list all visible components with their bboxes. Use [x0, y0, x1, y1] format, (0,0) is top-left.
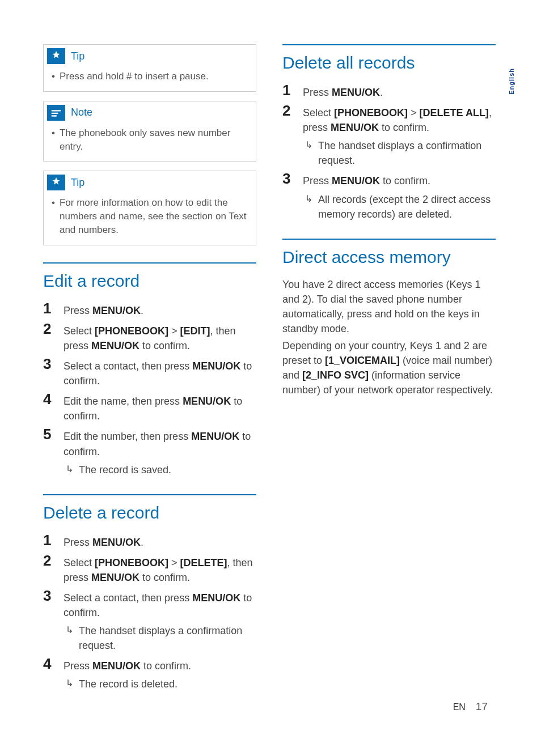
step-item: 2 Select [PHONEBOOK] > [DELETE ALL], pre… [282, 103, 496, 168]
step-item: 1 Press MENU/OK. [282, 83, 496, 100]
footer-lang: EN [453, 702, 466, 712]
step-number: 3 [43, 588, 56, 653]
result-arrow-icon: ↳ [66, 677, 73, 691]
step-result: ↳ All records (except the 2 direct acces… [303, 192, 496, 222]
steps-delete-record: 1 Press MENU/OK. 2 Select [PHONEBOOK] > … [43, 533, 256, 692]
tip-label: Tip [71, 177, 84, 189]
step-item: 4 Edit the name, then press MENU/OK to c… [43, 392, 256, 423]
steps-edit-record: 1 Press MENU/OK. 2 Select [PHONEBOOK] > … [43, 301, 256, 477]
bullet-icon: • [52, 70, 55, 83]
tip-callout-1: Tip • Press and hold # to insert a pause… [43, 44, 256, 92]
result-arrow-icon: ↳ [305, 138, 312, 168]
bullet-icon: • [52, 126, 55, 154]
step-number: 1 [43, 533, 56, 550]
page-number: 17 [476, 700, 488, 713]
paragraph: You have 2 direct access memories (Keys … [282, 277, 496, 336]
step-result: ↳ The record is saved. [64, 462, 256, 477]
right-column: Delete all records 1 Press MENU/OK. 2 Se… [282, 44, 530, 695]
heading-edit-record: Edit a record [43, 262, 256, 291]
heading-delete-record: Delete a record [43, 494, 256, 523]
paragraph: Depending on your country, Keys 1 and 2 … [282, 338, 496, 397]
step-item: 3 Press MENU/OK to confirm. ↳ All record… [282, 171, 496, 221]
result-arrow-icon: ↳ [305, 192, 312, 222]
step-number: 5 [43, 427, 56, 477]
step-number: 2 [282, 103, 295, 168]
step-item: 1 Press MENU/OK. [43, 301, 256, 318]
step-result: ↳ The handset displays a confirmation re… [64, 623, 256, 653]
step-item: 5 Edit the number, then press MENU/OK to… [43, 427, 256, 477]
step-number: 4 [43, 656, 56, 691]
step-result: ↳ The handset displays a confirmation re… [303, 138, 496, 168]
step-item: 2 Select [PHONEBOOK] > [EDIT], then pres… [43, 321, 256, 353]
step-number: 4 [43, 392, 56, 423]
bullet-icon: • [52, 196, 55, 236]
step-item: 3 Select a contact, then press MENU/OK t… [43, 588, 256, 653]
step-number: 3 [282, 171, 295, 221]
step-item: 3 Select a contact, then press MENU/OK t… [43, 356, 256, 388]
step-number: 1 [43, 301, 56, 318]
note-callout: Note • The phonebook only saves new numb… [43, 101, 256, 162]
step-item: 1 Press MENU/OK. [43, 533, 256, 550]
left-column: Tip • Press and hold # to insert a pause… [43, 44, 256, 695]
note-text: The phonebook only saves new number entr… [60, 126, 248, 154]
note-icon [47, 105, 65, 121]
step-number: 3 [43, 356, 56, 388]
tip-text: For more information on how to edit the … [60, 196, 248, 236]
result-arrow-icon: ↳ [66, 462, 73, 477]
heading-direct-access: Direct access memory [282, 239, 496, 267]
tip-icon [47, 48, 65, 64]
page-footer: EN 17 [453, 700, 488, 713]
page-content: Tip • Press and hold # to insert a pause… [0, 0, 541, 718]
step-result: ↳ The record is deleted. [64, 677, 191, 691]
note-label: Note [71, 107, 92, 118]
step-number: 1 [282, 83, 295, 100]
tip-icon [47, 175, 65, 190]
steps-delete-all: 1 Press MENU/OK. 2 Select [PHONEBOOK] > … [282, 83, 496, 222]
step-item: 2 Select [PHONEBOOK] > [DELETE], then pr… [43, 553, 256, 585]
language-side-tab: English [508, 68, 515, 95]
step-number: 2 [43, 321, 56, 353]
heading-delete-all: Delete all records [282, 44, 496, 73]
step-item: 4 Press MENU/OK to confirm. ↳ The record… [43, 656, 256, 691]
result-arrow-icon: ↳ [66, 623, 73, 653]
tip-callout-2: Tip • For more information on how to edi… [43, 171, 256, 245]
tip-label: Tip [71, 50, 84, 62]
step-number: 2 [43, 553, 56, 585]
tip-text: Press and hold # to insert a pause. [60, 70, 209, 83]
